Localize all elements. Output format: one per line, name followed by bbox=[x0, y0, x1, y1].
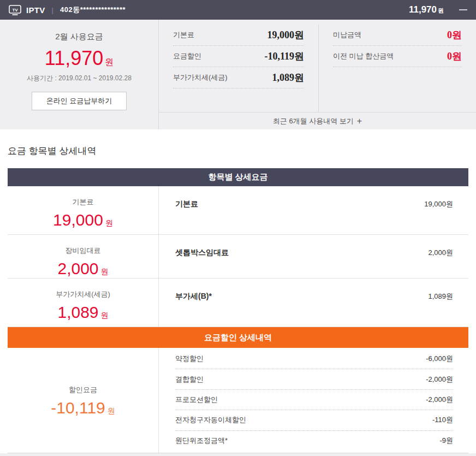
collapse-minus-icon[interactable] bbox=[459, 9, 467, 10]
discount-summary-amount: -10,119원 bbox=[51, 400, 115, 416]
discount-block: 할인요금 -10,119원 약정할인 -6,000원 결합할인 -2,000원 … bbox=[8, 348, 468, 453]
usage-summary-band: 2월 사용요금 11,970원 사용기간 : 2019.02.01 ~ 2019… bbox=[0, 20, 476, 129]
charge-category-label: 기본료 bbox=[73, 197, 94, 207]
discount-item-name: 결합할인 bbox=[175, 375, 204, 384]
discount-item-name: 원단위조정금액* bbox=[175, 436, 228, 446]
summary-row-value: 0원 bbox=[447, 50, 462, 63]
charge-category-label: 부가가치세(세금) bbox=[56, 289, 110, 299]
monthly-amount-value: 11,970 bbox=[45, 47, 103, 69]
charge-item-cell: 기본료 19,000원 bbox=[158, 186, 468, 234]
service-label: IPTV bbox=[26, 5, 45, 15]
discount-item-value: -2,000원 bbox=[426, 395, 453, 405]
charge-category-amount: 1,089원 bbox=[57, 304, 108, 321]
discount-summary-cell: 할인요금 -10,119원 bbox=[8, 348, 158, 453]
list-item: 원단위조정금액* -9원 bbox=[175, 431, 453, 451]
charge-detail-header: 항목별 상세요금 bbox=[8, 168, 468, 186]
charge-amount-currency: 원 bbox=[105, 218, 113, 227]
summary-row: 부가가치세(세금) 1,089원 bbox=[173, 67, 304, 88]
charge-item-name: 셋톱박스임대료 bbox=[175, 248, 229, 258]
charge-item-value: 1,089원 bbox=[428, 292, 453, 301]
plus-icon: + bbox=[357, 117, 362, 126]
charge-category-label: 장비임대료 bbox=[66, 246, 101, 256]
summary-row-label: 부가가치세(세금) bbox=[173, 73, 228, 82]
discount-item-name: 약정할인 bbox=[175, 354, 204, 364]
charge-item-value: 2,000원 bbox=[428, 248, 453, 258]
list-item: 프로모션할인 -2,000원 bbox=[175, 390, 453, 410]
charge-amount-value: 1,089 bbox=[57, 303, 98, 321]
charge-item-value: 19,000원 bbox=[424, 199, 453, 209]
charge-amount-value: 2,000 bbox=[57, 259, 98, 277]
topbar-total: 11,970원 bbox=[409, 4, 444, 15]
bill-detail-section: 요금 항목별 상세내역 항목별 상세요금 기본료 19,000원 기본료 19,… bbox=[0, 129, 476, 453]
history-link-label: 최근 6개월 사용내역 보기 bbox=[273, 116, 354, 126]
discount-item-name: 전자청구자동이체할인 bbox=[175, 415, 246, 425]
history-link[interactable]: 최근 6개월 사용내역 보기 + bbox=[159, 112, 476, 129]
summary-row-label: 이전 미납 합산금액 bbox=[333, 51, 394, 61]
summary-detail-panel: 기본료 19,000원 요금할인 -10,119원 부가가치세(세금) 1,08… bbox=[158, 20, 476, 129]
usage-period: 사용기간 : 2019.02.01 ~ 2019.02.28 bbox=[27, 74, 132, 83]
table-row: 장비임대료 2,000원 셋톱박스임대료 2,000원 bbox=[8, 235, 468, 279]
account-number: 402동*************** bbox=[60, 5, 126, 15]
discount-detail-header: 요금할인 상세내역 bbox=[8, 327, 468, 348]
discount-amount-currency: 원 bbox=[108, 406, 115, 415]
discount-item-value: -6,000원 bbox=[426, 354, 453, 364]
discount-item-value: -110원 bbox=[432, 415, 453, 425]
charge-amount-value: 19,000 bbox=[53, 211, 103, 229]
summary-columns: 기본료 19,000원 요금할인 -10,119원 부가가치세(세금) 1,08… bbox=[159, 20, 476, 112]
monthly-amount-currency: 원 bbox=[105, 57, 114, 67]
discount-summary-label: 할인요금 bbox=[69, 385, 97, 395]
charge-category-cell: 장비임대료 2,000원 bbox=[8, 235, 158, 278]
charge-amount-currency: 원 bbox=[101, 267, 109, 276]
topbar-service-group: TV IPTV | 402동*************** bbox=[9, 5, 126, 15]
charge-item-cell: 셋톱박스임대료 2,000원 bbox=[158, 235, 468, 278]
section-title: 요금 항목별 상세내역 bbox=[8, 145, 468, 158]
svg-text:TV: TV bbox=[12, 7, 18, 12]
summary-row-value: -10,119원 bbox=[264, 50, 304, 63]
charge-category-amount: 19,000원 bbox=[53, 212, 113, 228]
discount-items-list: 약정할인 -6,000원 결합할인 -2,000원 프로모션할인 -2,000원… bbox=[158, 348, 468, 453]
summary-row: 미납금액 0원 bbox=[333, 25, 462, 46]
charge-item-cell: 부가세(B)* 1,089원 bbox=[158, 279, 468, 327]
monthly-amount: 11,970원 bbox=[45, 48, 114, 69]
list-item: 전자청구자동이체할인 -110원 bbox=[175, 410, 453, 430]
topbar-total-currency: 원 bbox=[438, 7, 444, 14]
online-pay-button[interactable]: 온라인 요금납부하기 bbox=[32, 92, 127, 110]
summary-row-label: 요금할인 bbox=[173, 51, 201, 61]
summary-row-label: 기본료 bbox=[173, 30, 194, 40]
monthly-total-panel: 2월 사용요금 11,970원 사용기간 : 2019.02.01 ~ 2019… bbox=[0, 20, 158, 129]
charge-category-cell: 부가가치세(세금) 1,089원 bbox=[8, 279, 158, 327]
discount-item-value: -9원 bbox=[439, 436, 453, 446]
list-item: 결합할인 -2,000원 bbox=[175, 369, 453, 389]
summary-row-value: 19,000원 bbox=[267, 28, 305, 42]
unpaid-summary-column: 미납금액 0원 이전 미납 합산금액 0원 bbox=[318, 25, 476, 112]
bottom-strip bbox=[0, 453, 476, 456]
topbar-total-group: 11,970원 bbox=[409, 4, 467, 15]
summary-row-label: 미납금액 bbox=[333, 30, 361, 40]
tv-icon: TV bbox=[9, 5, 21, 15]
charge-category-cell: 기본료 19,000원 bbox=[8, 186, 158, 234]
charge-item-name: 부가세(B)* bbox=[175, 292, 212, 301]
charge-amount-currency: 원 bbox=[101, 311, 109, 319]
summary-row-value: 0원 bbox=[447, 28, 462, 42]
iptv-bill-page: TV IPTV | 402동*************** 11,970원 2월… bbox=[0, 0, 476, 456]
charge-category-amount: 2,000원 bbox=[57, 260, 108, 277]
summary-row: 이전 미납 합산금액 0원 bbox=[333, 46, 462, 67]
discount-item-name: 프로모션할인 bbox=[175, 395, 218, 405]
topbar: TV IPTV | 402동*************** 11,970원 bbox=[0, 0, 476, 20]
charge-summary-column: 기본료 19,000원 요금할인 -10,119원 부가가치세(세금) 1,08… bbox=[159, 25, 318, 112]
discount-amount-value: -10,119 bbox=[51, 399, 105, 417]
table-row: 기본료 19,000원 기본료 19,000원 bbox=[8, 186, 468, 235]
month-title: 2월 사용요금 bbox=[55, 32, 103, 42]
charge-item-name: 기본료 bbox=[175, 199, 198, 209]
summary-row: 기본료 19,000원 bbox=[173, 25, 304, 46]
discount-item-value: -2,000원 bbox=[426, 375, 453, 384]
summary-row: 요금할인 -10,119원 bbox=[173, 46, 304, 67]
topbar-divider: | bbox=[52, 6, 53, 14]
list-item: 약정할인 -6,000원 bbox=[175, 349, 453, 369]
summary-row-value: 1,089원 bbox=[272, 71, 305, 84]
table-row: 부가가치세(세금) 1,089원 부가세(B)* 1,089원 bbox=[8, 279, 468, 327]
topbar-total-amount: 11,970 bbox=[409, 4, 437, 15]
